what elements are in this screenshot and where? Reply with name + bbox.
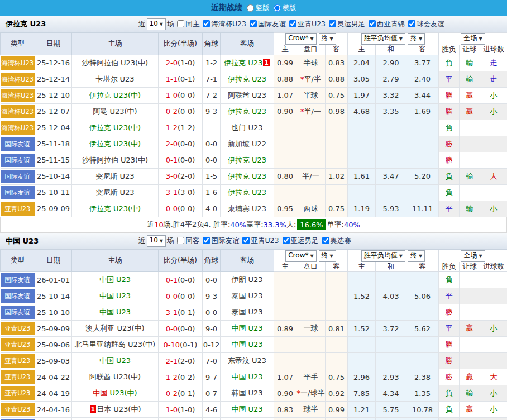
away-team-text: 柬埔寨 U23 — [228, 204, 266, 213]
avg-time-select[interactable]: 终▼ — [408, 250, 425, 262]
away-team[interactable]: 韩国 U23 — [231, 389, 262, 397]
league-filter-checkbox-input[interactable] — [289, 20, 296, 27]
scope-select[interactable]: 全场▼ — [461, 250, 485, 262]
match-count-select[interactable]: 10▼ — [147, 235, 166, 247]
league-filter-checkbox-input[interactable] — [322, 237, 329, 244]
away-team[interactable]: 柬埔寨 U23 — [228, 204, 266, 213]
league-filter-checkbox[interactable]: 西亚青锦 — [365, 20, 405, 29]
away-team[interactable]: 中国 U23 — [231, 373, 262, 381]
away-team[interactable]: 伊朗 U23 — [231, 275, 262, 284]
odds-time-select[interactable]: 终▼ — [319, 250, 336, 262]
away-team[interactable]: 阿联酋 U23 — [228, 91, 266, 99]
home-team[interactable]: 阿曼 U23(中) — [93, 107, 137, 116]
home-team[interactable]: 中国 U23(中) — [93, 389, 137, 397]
home-team[interactable]: 中国 U23 — [99, 275, 131, 284]
away-team[interactable]: 新加坡 U22 — [228, 140, 266, 148]
away-team[interactable]: 泰国 U23 — [231, 308, 262, 316]
league-filter-checkbox-input[interactable] — [369, 20, 376, 27]
chevron-down-icon: ▼ — [479, 36, 482, 41]
league-filter-checkbox-input[interactable] — [203, 20, 210, 27]
euro-draw-odds: 2.93 — [376, 369, 406, 385]
away-team[interactable]: 也门 U23 — [231, 123, 262, 132]
league-filter-checkbox[interactable]: 亚青U23 — [286, 20, 326, 29]
home-team[interactable]: 澳大利亚 U23(中) — [85, 324, 144, 332]
result-wdl: 勝 — [439, 369, 460, 385]
away-team-text: 阿联酋 U23 — [228, 91, 266, 99]
league-filter-checkbox[interactable]: 海湾杯U23 — [199, 20, 246, 29]
avg-odds-select-value: 胜平负均值 — [364, 251, 398, 259]
league-filter-checkbox-input[interactable] — [203, 237, 210, 244]
away-team[interactable]: 伊拉克 U23 — [228, 188, 266, 197]
home-team[interactable]: 伊拉克 U23(中) — [89, 123, 141, 132]
home-team[interactable]: 北马里亚纳群岛 U23(中) — [75, 340, 155, 349]
home-team[interactable]: 伊拉克 U23(中) — [89, 91, 141, 99]
home-team[interactable]: 阿联酋 U23(中) — [89, 373, 141, 381]
match-type-badge: 国际友谊 — [1, 273, 35, 287]
home-team[interactable]: 沙特阿拉伯 U23(中) — [82, 59, 148, 67]
scope-select[interactable]: 全场▼ — [461, 33, 485, 45]
home-team[interactable]: 伊拉克 U23(中) — [89, 204, 141, 213]
full-time-score: 3-1 — [166, 188, 178, 197]
match-count-select[interactable]: 10▼ — [147, 18, 166, 30]
euro-draw-odds: 4.34 — [376, 385, 406, 402]
away-team[interactable]: 中国 U23 — [231, 340, 262, 349]
away-team[interactable]: 东帝汶 U23 — [228, 356, 266, 365]
league-filter-checkbox-input[interactable] — [242, 237, 250, 244]
away-team[interactable]: 伊拉克 U23 — [228, 75, 266, 83]
radio-vertical-input[interactable] — [247, 4, 254, 12]
avg-time-select[interactable]: 终▼ — [408, 33, 425, 45]
away-team[interactable]: 伊拉克 U23 — [228, 156, 266, 164]
away-team-text: 伊拉克 U23 — [224, 59, 262, 67]
same-venue-checkbox-input[interactable] — [177, 237, 184, 244]
odds-company-select[interactable]: Crow*▼ — [285, 250, 316, 262]
league-filter-checkbox-input[interactable] — [329, 20, 336, 27]
result-goals — [480, 120, 507, 136]
home-team[interactable]: 中国 U23 — [99, 292, 131, 300]
home-team[interactable]: 中国 U23 — [99, 308, 131, 316]
league-filter-checkbox-input[interactable] — [283, 237, 290, 244]
league-filter-checkbox-input[interactable] — [408, 20, 415, 27]
match-type-cell: 海湾杯U23 — [1, 120, 35, 136]
same-venue-checkbox[interactable]: 同主 — [174, 20, 199, 29]
away-team[interactable]: 伊拉克 U231 — [224, 59, 270, 67]
radio-horizontal-input[interactable] — [274, 4, 281, 12]
home-team[interactable]: 突尼斯 U23 — [95, 188, 134, 197]
away-team[interactable]: 中国 U23 — [231, 324, 262, 332]
league-filter-checkbox-input[interactable] — [250, 20, 257, 27]
table-row: 亚青U2324-04-161日本 U23(中)1-0(1-0)4-6中国 U23… — [1, 402, 507, 418]
away-team[interactable]: 泰国 U23 — [231, 292, 262, 300]
league-filter-checkbox[interactable]: 亚青U23 — [239, 236, 279, 246]
home-team[interactable]: 沙特阿拉伯 U23(中) — [82, 156, 148, 164]
home-team[interactable]: 伊拉克 U23(中) — [89, 140, 141, 148]
away-team[interactable]: 伊拉克 U23 — [228, 172, 266, 180]
crow-home-odds — [274, 304, 296, 321]
league-filter-checkbox[interactable]: 国际友谊 — [246, 20, 286, 29]
home-team[interactable]: 卡塔尔 U23 — [95, 75, 134, 83]
same-venue-checkbox[interactable]: 同客 — [174, 236, 199, 246]
league-filter-checkbox[interactable]: 奥运男足 — [326, 20, 365, 29]
odds-time-select[interactable]: 终▼ — [319, 33, 336, 45]
crow-home-odds: 0.80 — [274, 168, 296, 184]
home-team[interactable]: 中国 U23 — [99, 356, 131, 365]
league-filter-checkbox[interactable]: 国际友谊 — [199, 236, 239, 246]
half-time-score: (0-0) — [178, 156, 195, 164]
away-team[interactable]: 中国 U23 — [231, 405, 262, 413]
home-team[interactable]: 突尼斯 U23 — [95, 172, 134, 180]
away-team[interactable]: 伊拉克 U23 — [228, 107, 266, 116]
summary-segment: 近 — [147, 219, 154, 230]
same-venue-checkbox-input[interactable] — [177, 20, 184, 27]
match-type-badge: 亚青U23 — [1, 338, 35, 351]
avg-odds-select[interactable]: 胜平负均值▼ — [361, 33, 405, 45]
half-time-score: (0-1) — [178, 75, 195, 83]
euro-home-odds — [348, 353, 376, 369]
league-filter-checkbox[interactable]: 球会友谊 — [405, 20, 444, 29]
odds-company-select[interactable]: Crow*▼ — [285, 33, 316, 45]
home-team[interactable]: 1日本 U23(中) — [89, 405, 141, 413]
result-wdl: 負 — [439, 272, 460, 288]
league-filter-checkbox[interactable]: 亚运男足 — [279, 236, 319, 246]
layout-radio-horizontal[interactable]: 横版 — [274, 3, 296, 13]
avg-odds-select[interactable]: 胜平负均值▼ — [361, 250, 405, 262]
league-filter-checkbox[interactable]: 奥选赛 — [319, 236, 352, 246]
match-type-cell: 国际友谊 — [1, 272, 35, 288]
layout-radio-vertical[interactable]: 竖版 — [247, 3, 269, 13]
